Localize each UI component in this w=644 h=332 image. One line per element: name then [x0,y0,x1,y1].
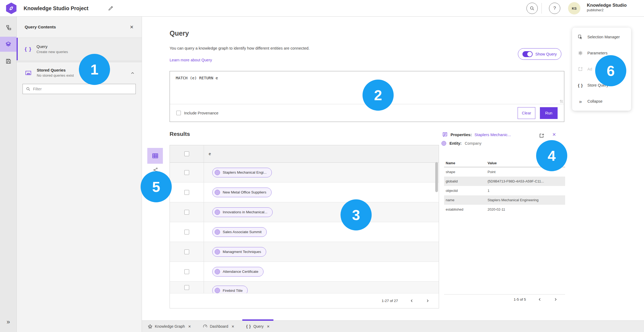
global-search-button[interactable] [526,3,538,14]
include-provenance-label: Include Provenance [184,111,218,115]
query-page-title: Query [170,29,189,37]
prev-page-button[interactable] [538,297,542,301]
close-tab-icon[interactable]: ✕ [188,324,191,329]
entity-pill[interactable]: Staplers Mechanical Engi... [212,168,272,177]
property-name: established [444,207,488,211]
row-checkbox[interactable] [184,230,189,234]
table-row[interactable]: Attendance Certificate [170,262,439,282]
property-name: globalid [444,179,488,183]
tab-query-active[interactable]: { } Query ✕ [242,321,273,332]
table-scrollbar[interactable] [435,162,438,192]
user-identity[interactable]: Knowledge Studio publisher2 [587,2,627,13]
close-properties-button[interactable]: ✕ [552,132,556,137]
results-page-range: 1-27 of 27 [382,299,398,303]
entity-pill-label: Innovations in Mechanical... [223,210,268,214]
results-table: e Staplers Mechanical Engi... New Metal … [170,145,439,308]
project-title: Knowledge Studio Project [24,0,89,17]
entity-pill[interactable]: Innovations in Mechanical... [212,207,273,217]
tab-dashboard[interactable]: Dashboard ✕ [199,321,238,332]
entity-pill-label: Staplers Mechanical Engi... [223,170,267,174]
property-name: name [444,198,488,202]
table-view-button-active[interactable] [147,148,163,164]
stored-queries-sublabel: No stored queries exist [37,73,74,77]
table-icon [152,152,159,159]
entity-pill[interactable]: Managment Techniques [212,247,266,257]
help-button[interactable]: ? [549,3,560,14]
app-logo-icon[interactable] [5,2,17,14]
close-tab-icon[interactable]: ✕ [267,324,270,329]
entity-pill[interactable]: Attendance Certificate [212,267,264,277]
sidebar-item-query[interactable]: { } Query Create new queries [17,38,142,62]
search-icon [26,87,30,91]
column-header-e[interactable]: e [204,145,439,162]
clear-button[interactable]: Clear [518,107,535,119]
close-tab-icon[interactable]: ✕ [231,324,234,329]
entity-pill-label: Managment Techniques [223,250,261,254]
include-provenance-option[interactable]: Include Provenance [176,111,218,115]
query-contents-panel: Query Contents ✕ { } Query Create new qu… [17,17,142,332]
table-row[interactable]: Innovations in Mechanical... [170,202,439,222]
chevron-up-icon[interactable] [130,71,135,75]
properties-entity-link[interactable]: Staplers Mechanic... [474,132,511,137]
results-table-body: Staplers Mechanical Engi... New Metal Of… [170,163,439,293]
user-avatar[interactable]: KS [568,2,580,14]
menu-item-selection-manager[interactable]: Selection Manager [572,29,631,45]
entity-pill[interactable]: Sales Associate Summit [212,227,267,237]
layers-icon [5,41,12,47]
resize-grip[interactable] [560,100,563,103]
table-row[interactable]: Staplers Mechanical Engi... [170,163,439,182]
row-checkbox[interactable] [184,285,189,290]
knowledge-studio-app: Knowledge Studio Project ? KS Knowledge … [0,0,644,332]
tab-knowledge-graph[interactable]: Knowledge Graph ✕ [144,321,195,332]
prev-page-button[interactable] [410,299,414,303]
entity-type-value: Company [465,141,481,146]
layers-rail-button-active[interactable] [0,37,17,52]
query-editor-footer: Include Provenance Clear Run [170,104,564,122]
edit-title-icon[interactable] [108,6,113,11]
save-rail-button[interactable] [0,54,17,69]
select-all-checkbox[interactable] [184,151,189,156]
add-to-selection-icon[interactable] [539,133,544,139]
menu-item-label: Collapse [587,99,602,103]
menu-item-label: Selection Manager [587,35,620,39]
properties-icon [442,132,448,137]
next-page-button[interactable] [554,297,558,301]
save-icon [5,58,12,64]
table-row[interactable]: Sales Associate Summit [170,222,439,242]
include-provenance-checkbox[interactable] [176,111,181,115]
expand-rail-button[interactable]: » [0,319,17,325]
menu-item-collapse[interactable]: » Collapse [572,93,631,109]
entity-pill[interactable]: New Metal Office Suppliers [212,188,272,197]
show-query-toggle[interactable]: Show Query [518,48,561,60]
close-panel-button[interactable]: ✕ [130,24,134,30]
data-model-rail-button[interactable] [0,20,17,35]
results-pagination: 1-27 of 27 [170,293,439,308]
table-row[interactable]: New Metal Office Suppliers [170,182,439,202]
row-checkbox[interactable] [184,170,189,175]
toggle-switch-on[interactable] [522,51,533,57]
entity-pill-label: New Metal Office Suppliers [223,190,266,194]
row-checkbox[interactable] [184,249,189,254]
properties-label: Properties: [451,132,472,137]
annotation-circle-3: 3 [341,199,372,230]
row-checkbox[interactable] [184,210,189,215]
topbar-divider [541,3,542,14]
filter-input[interactable] [33,87,132,91]
row-checkbox[interactable] [184,190,189,195]
table-row-clipped[interactable]: Firebird Title [170,282,439,293]
run-button[interactable]: Run [540,107,558,119]
property-row: established 2020-02-11 [444,205,565,214]
row-checkbox[interactable] [184,269,189,274]
table-row[interactable]: Managment Techniques [170,242,439,262]
entity-dot-icon [215,190,220,195]
knowledge-graph-icon [148,324,152,329]
entity-pill[interactable]: Firebird Title [212,286,248,293]
next-page-button[interactable] [426,299,430,303]
user-role: publisher2 [587,8,627,13]
properties-page-range: 1-5 of 5 [514,297,526,301]
hierarchy-icon [5,25,12,31]
property-value: {5D9B4713-F98D-4A53-A59F-C11... [488,179,564,183]
property-value: 1 [488,189,564,193]
learn-more-link[interactable]: Learn more about Query [170,58,212,62]
tab-label: Dashboard [210,324,228,329]
